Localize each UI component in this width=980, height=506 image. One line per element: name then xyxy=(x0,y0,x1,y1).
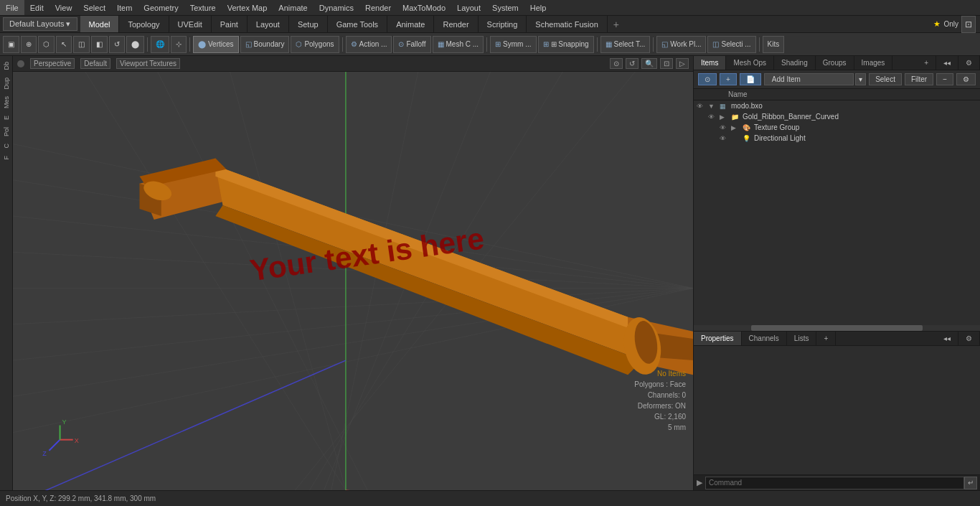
textures-label[interactable]: Viewport Textures xyxy=(116,58,180,69)
tab-schematic-fusion[interactable]: Schematic Fusion xyxy=(527,16,607,32)
viewport[interactable]: Perspective Default Viewport Textures ⊙ … xyxy=(13,56,693,490)
tab-topology[interactable]: Topology xyxy=(119,16,169,32)
add-prop-tab-btn[interactable]: + xyxy=(816,332,836,345)
tab-animate[interactable]: Animate xyxy=(387,16,434,32)
sidebar-tab-pol[interactable]: Pol xyxy=(1,124,11,139)
select-tools-btn[interactable]: ▦ Select T... xyxy=(600,36,651,53)
tab-items[interactable]: Items xyxy=(694,56,726,70)
canvas-area[interactable]: Your text is here X Y Z No Items xyxy=(13,72,693,490)
menu-render[interactable]: Render xyxy=(359,0,397,15)
globe-btn[interactable]: 🌐 xyxy=(151,36,169,53)
tab-layout[interactable]: Layout xyxy=(248,16,289,32)
add-layout-btn[interactable]: + xyxy=(608,19,625,30)
default-layouts-btn[interactable]: Default Layouts ▾ xyxy=(3,17,77,31)
falloff-btn[interactable]: ⊙ Falloff xyxy=(393,36,430,53)
tab-mesh-ops[interactable]: Mesh Ops xyxy=(726,56,774,70)
vertices-btn[interactable]: ⬤ Vertices xyxy=(193,36,239,53)
viewport-zoom-btn[interactable]: 🔍 xyxy=(641,58,657,69)
viewport-home-btn[interactable]: ⊙ xyxy=(610,58,623,69)
panel-btn[interactable]: ◧ xyxy=(91,36,108,53)
item-modo-bxo[interactable]: 👁 ▼ ▦ modo.bxo xyxy=(694,100,980,111)
menu-view[interactable]: View xyxy=(50,0,78,15)
sidebar-tab-f[interactable]: F xyxy=(1,153,11,163)
sidebar-tab-dup[interactable]: Dup xyxy=(1,75,11,93)
tab-uvedit[interactable]: UVEdit xyxy=(169,16,212,32)
viewport-rotate-btn[interactable]: ↺ xyxy=(626,58,639,69)
menu-dynamics[interactable]: Dynamics xyxy=(314,0,359,15)
menu-maxtomodo[interactable]: MaxToModo xyxy=(397,0,451,15)
eye-icon-4[interactable]: 👁 xyxy=(720,135,731,142)
menu-select[interactable]: Select xyxy=(77,0,111,15)
tab-setup[interactable]: Setup xyxy=(289,16,328,32)
tab-model[interactable]: Model xyxy=(80,16,120,32)
menu-texture[interactable]: Texture xyxy=(184,0,222,15)
gear-btn[interactable]: ⚙ xyxy=(956,73,976,85)
perspective-label[interactable]: Perspective xyxy=(30,58,75,69)
panel-settings-btn[interactable]: ⚙ xyxy=(958,56,980,70)
command-arrow[interactable]: ▶ xyxy=(697,478,702,487)
default-label[interactable]: Default xyxy=(80,58,110,69)
frame-btn[interactable]: ◫ xyxy=(73,36,90,53)
circle-btn[interactable]: ⊕ xyxy=(21,36,37,53)
viewport-dot[interactable] xyxy=(17,60,24,67)
eye-icon-3[interactable]: 👁 xyxy=(720,124,731,131)
add-child-btn[interactable]: + xyxy=(720,73,737,85)
command-input[interactable] xyxy=(705,477,964,489)
tab-scripting[interactable]: Scripting xyxy=(479,16,527,32)
sidebar-tab-db[interactable]: Db xyxy=(1,59,11,73)
symm-btn[interactable]: ⊞ Symm ... xyxy=(490,36,536,53)
tab-paint[interactable]: Paint xyxy=(212,16,248,32)
tab-shading[interactable]: Shading xyxy=(774,56,816,70)
command-enter-btn[interactable]: ↵ xyxy=(964,477,977,489)
expand-icon-1[interactable]: ▼ xyxy=(708,103,720,110)
cursor-btn[interactable]: ⊹ xyxy=(171,36,187,53)
menu-edit[interactable]: Edit xyxy=(24,0,50,15)
sidebar-tab-c[interactable]: C xyxy=(1,141,11,151)
prop-tab-properties[interactable]: Properties xyxy=(694,332,742,345)
menu-item[interactable]: Item xyxy=(111,0,138,15)
visibility-all-btn[interactable]: ⊙ xyxy=(698,73,717,85)
selecti-btn[interactable]: ◫ Selecti ... xyxy=(707,36,755,53)
polygons-btn[interactable]: ⬡ Polygons xyxy=(291,36,339,53)
prop-settings-btn[interactable]: ⚙ xyxy=(958,332,980,345)
viewport-play-btn[interactable]: ▷ xyxy=(676,58,689,69)
menu-help[interactable]: Help xyxy=(524,0,552,15)
snapping-btn[interactable]: ⊞ ⊞ Snapping xyxy=(538,36,594,53)
expand-icon-2[interactable]: ▶ xyxy=(720,113,731,121)
boundary-btn[interactable]: ◱ Boundary xyxy=(240,36,290,53)
menu-vertex-map[interactable]: Vertex Map xyxy=(222,0,273,15)
maximize-btn[interactable]: ⊡ xyxy=(961,16,976,33)
tab-game-tools[interactable]: Game Tools xyxy=(328,16,388,32)
expand-icon-3[interactable]: ▶ xyxy=(731,124,743,131)
dot-btn[interactable]: ⬤ xyxy=(126,36,144,53)
mesh-btn[interactable]: ▦ Mesh C ... xyxy=(433,36,484,53)
menu-layout[interactable]: Layout xyxy=(451,0,486,15)
action-btn[interactable]: ⚙ Action ... xyxy=(346,36,392,53)
item-gold-ribbon[interactable]: 👁 ▶ 📁 Gold_Ribbon_Banner_Curved xyxy=(694,111,980,122)
prop-tab-lists[interactable]: Lists xyxy=(787,332,817,345)
items-scrollbar[interactable] xyxy=(751,325,923,331)
arrow-btn[interactable]: ↖ xyxy=(56,36,72,53)
eye-icon-2[interactable]: 👁 xyxy=(708,113,720,121)
prop-expand-btn[interactable]: ◂◂ xyxy=(936,332,958,345)
menu-animate[interactable]: Animate xyxy=(273,0,313,15)
file-btn[interactable]: 📄 xyxy=(740,73,761,85)
tab-groups[interactable]: Groups xyxy=(816,56,854,70)
filter-btn[interactable]: Filter xyxy=(905,73,933,85)
menu-system[interactable]: System xyxy=(486,0,524,15)
prop-tab-channels[interactable]: Channels xyxy=(742,332,787,345)
kits-btn[interactable]: Kits xyxy=(763,36,785,53)
minus-btn[interactable]: − xyxy=(936,73,953,85)
item-texture-group[interactable]: 👁 ▶ 🎨 Texture Group xyxy=(694,122,980,133)
sidebar-tab-mesh[interactable]: Mes xyxy=(1,93,11,111)
menu-file[interactable]: File xyxy=(0,0,24,15)
add-item-dropdown-btn[interactable]: ▾ xyxy=(855,73,866,85)
viewport-frame-btn[interactable]: ⊡ xyxy=(660,58,673,69)
rotate-btn[interactable]: ↺ xyxy=(109,36,125,53)
item-directional-light[interactable]: 👁 💡 Directional Light xyxy=(694,133,980,144)
hex-btn[interactable]: ⬡ xyxy=(38,36,55,53)
sidebar-tab-e[interactable]: E xyxy=(1,113,11,123)
work-plane-btn[interactable]: ◱ Work Pl... xyxy=(656,36,706,53)
tab-images[interactable]: Images xyxy=(854,56,893,70)
add-item-btn[interactable]: Add Item xyxy=(764,73,854,85)
